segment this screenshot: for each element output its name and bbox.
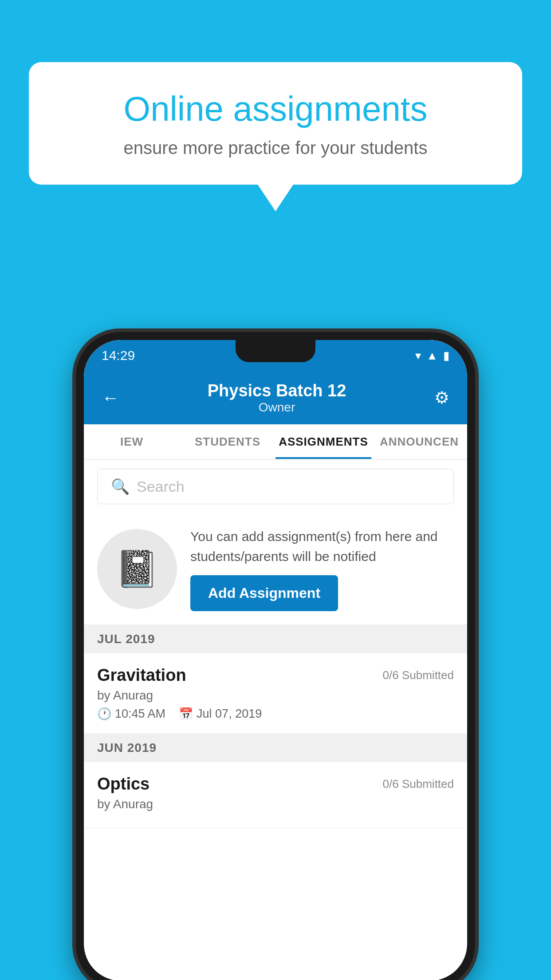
assignment-time-value: 10:45 AM: [115, 707, 165, 721]
tabs-bar: IEW STUDENTS ASSIGNMENTS ANNOUNCEN: [84, 424, 467, 460]
phone-frame: 14:29 ▾ ▲ ▮ ← Physics Batch 12 Owner ⚙: [76, 332, 475, 980]
header-title: Physics Batch 12: [119, 381, 434, 400]
month-label-jun: JUN 2019: [97, 741, 157, 755]
speech-bubble-arrow: [258, 185, 293, 211]
speech-bubble-subtitle: ensure more practice for your students: [60, 138, 491, 158]
month-label-jul: JUL 2019: [97, 632, 155, 646]
add-assignment-button[interactable]: Add Assignment: [190, 575, 338, 611]
phone-notch: [236, 340, 315, 362]
search-container: 🔍 Search: [84, 460, 467, 513]
month-header-jul: JUL 2019: [84, 625, 467, 653]
search-placeholder: Search: [137, 478, 185, 495]
assignment-by-gravitation: by Anurag: [97, 688, 454, 703]
promo-icon-circle: 📓: [97, 529, 177, 609]
assignment-submitted-gravitation: 0/6 Submitted: [383, 668, 454, 682]
assignment-item-optics[interactable]: Optics 0/6 Submitted by Anurag: [84, 762, 467, 829]
tab-students-label: STUDENTS: [195, 435, 260, 449]
assignment-submitted-optics: 0/6 Submitted: [383, 777, 454, 791]
assignment-row1-optics: Optics 0/6 Submitted: [97, 775, 454, 794]
promo-section: 📓 You can add assignment(s) from here an…: [84, 513, 467, 625]
speech-bubble: Online assignments ensure more practice …: [29, 62, 522, 185]
status-icons: ▾ ▲ ▮: [415, 349, 449, 363]
header-subtitle: Owner: [119, 400, 434, 415]
promo-text-group: You can add assignment(s) from here and …: [190, 526, 454, 611]
app-header: ← Physics Batch 12 Owner ⚙: [84, 371, 467, 424]
back-button[interactable]: ←: [102, 388, 119, 408]
assignment-date-gravitation: 📅 Jul 07, 2019: [179, 707, 262, 721]
search-bar[interactable]: 🔍 Search: [97, 469, 454, 504]
tab-announcements-label: ANNOUNCEN: [380, 435, 459, 449]
assignment-item-gravitation[interactable]: Gravitation 0/6 Submitted by Anurag 🕐 10…: [84, 653, 467, 734]
settings-icon[interactable]: ⚙: [434, 388, 449, 407]
tab-iew[interactable]: IEW: [84, 424, 180, 459]
signal-icon: ▲: [426, 349, 438, 363]
assignment-row1: Gravitation 0/6 Submitted: [97, 666, 454, 685]
screen-content: 14:29 ▾ ▲ ▮ ← Physics Batch 12 Owner ⚙: [84, 340, 467, 980]
speech-bubble-container: Online assignments ensure more practice …: [29, 62, 522, 211]
wifi-icon: ▾: [415, 349, 421, 363]
search-icon: 🔍: [111, 478, 130, 495]
promo-description: You can add assignment(s) from here and …: [190, 526, 454, 566]
assignment-date-value: Jul 07, 2019: [197, 707, 262, 721]
battery-icon: ▮: [443, 349, 449, 363]
month-header-jun: JUN 2019: [84, 734, 467, 762]
assignment-time-gravitation: 🕐 10:45 AM: [97, 707, 165, 721]
tab-iew-label: IEW: [120, 435, 143, 449]
notebook-icon: 📓: [115, 548, 159, 590]
phone-screen: 14:29 ▾ ▲ ▮ ← Physics Batch 12 Owner ⚙: [84, 340, 467, 980]
header-title-group: Physics Batch 12 Owner: [119, 381, 434, 415]
assignment-name-optics: Optics: [97, 775, 150, 794]
tab-assignments-label: ASSIGNMENTS: [279, 435, 368, 449]
tab-announcements[interactable]: ANNOUNCEN: [371, 424, 467, 459]
assignment-meta-gravitation: 🕐 10:45 AM 📅 Jul 07, 2019: [97, 707, 454, 721]
calendar-icon: 📅: [179, 707, 193, 721]
assignment-by-optics: by Anurag: [97, 797, 454, 811]
status-time: 14:29: [102, 348, 135, 363]
tab-students[interactable]: STUDENTS: [180, 424, 276, 459]
speech-bubble-title: Online assignments: [60, 89, 491, 129]
tab-assignments[interactable]: ASSIGNMENTS: [276, 424, 371, 459]
assignment-name-gravitation: Gravitation: [97, 666, 186, 685]
clock-icon: 🕐: [97, 707, 111, 721]
